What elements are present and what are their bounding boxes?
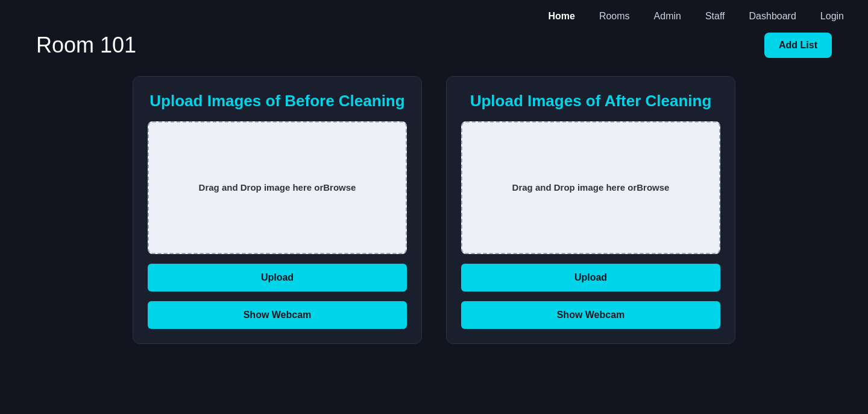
- title-number: 101: [100, 33, 136, 57]
- nav-home[interactable]: Home: [548, 11, 574, 22]
- after-upload-button[interactable]: Upload: [461, 264, 720, 291]
- after-drop-zone-text: Drag and Drop image here orBrowse: [512, 182, 670, 193]
- before-upload-button[interactable]: Upload: [148, 264, 407, 291]
- before-drop-zone-text: Drag and Drop image here orBrowse: [199, 182, 356, 193]
- after-cleaning-card: Upload Images of After Cleaning Drag and…: [446, 76, 735, 344]
- before-cleaning-card: Upload Images of Before Cleaning Drag an…: [133, 76, 422, 344]
- nav-dashboard[interactable]: Dashboard: [749, 11, 796, 22]
- add-list-button[interactable]: Add List: [764, 33, 832, 58]
- before-webcam-button[interactable]: Show Webcam: [148, 301, 407, 329]
- after-drop-zone[interactable]: Drag and Drop image here orBrowse: [461, 121, 720, 254]
- before-card-title: Upload Images of Before Cleaning: [148, 91, 407, 112]
- before-drop-zone[interactable]: Drag and Drop image here orBrowse: [148, 121, 407, 254]
- page-title: Room 101: [36, 33, 136, 58]
- title-prefix: Room: [36, 33, 100, 57]
- nav-admin[interactable]: Admin: [654, 11, 681, 22]
- page-header: Room 101 Add List: [0, 33, 868, 70]
- after-webcam-button[interactable]: Show Webcam: [461, 301, 720, 329]
- cards-container: Upload Images of Before Cleaning Drag an…: [0, 70, 868, 350]
- nav-login[interactable]: Login: [820, 11, 844, 22]
- nav-rooms[interactable]: Rooms: [599, 11, 630, 22]
- navigation: Home Rooms Admin Staff Dashboard Login: [0, 0, 868, 33]
- nav-staff[interactable]: Staff: [705, 11, 725, 22]
- after-card-title: Upload Images of After Cleaning: [461, 91, 720, 112]
